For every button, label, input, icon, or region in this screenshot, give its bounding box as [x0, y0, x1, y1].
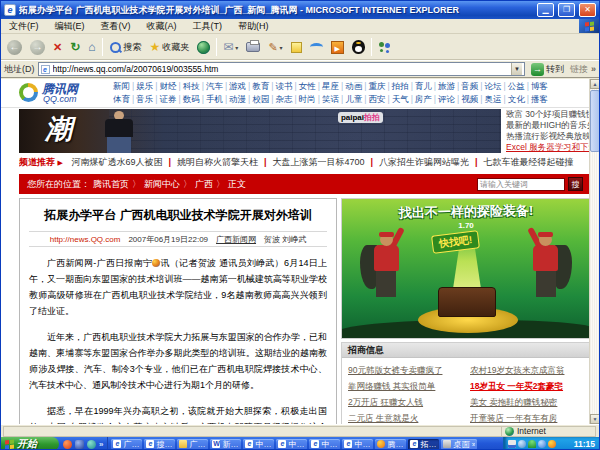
- keyword-search-button[interactable]: 搜: [568, 177, 583, 191]
- nav-link[interactable]: 儿童: [345, 94, 362, 104]
- nav-link[interactable]: 笑话: [322, 94, 339, 104]
- menu-view[interactable]: 查看(V): [93, 19, 139, 33]
- print-button[interactable]: [244, 37, 262, 58]
- nav-link[interactable]: 拍拍: [392, 81, 409, 91]
- breadcrumb-link[interactable]: 新闻中心: [144, 179, 180, 189]
- nav-link[interactable]: 数码: [183, 94, 200, 104]
- nav-link[interactable]: 财经: [159, 81, 176, 91]
- menu-help[interactable]: 帮助(H): [230, 19, 277, 33]
- search-button[interactable]: 搜索: [107, 37, 144, 58]
- quick-launch-player-icon[interactable]: [87, 440, 96, 449]
- nav-link[interactable]: 播客: [531, 94, 548, 104]
- quick-launch-more-chevron[interactable]: »: [99, 440, 103, 449]
- nav-link[interactable]: 娱乐: [136, 81, 153, 91]
- nav-link[interactable]: 房产: [415, 94, 432, 104]
- task-button[interactable]: 桌面 »: [441, 439, 477, 450]
- nav-link[interactable]: 论坛: [485, 81, 502, 91]
- vertical-scrollbar[interactable]: ▲ ▼: [589, 79, 599, 424]
- scroll-up-button[interactable]: ▲: [590, 79, 599, 89]
- media-button[interactable]: ▶: [329, 37, 346, 58]
- banner-link[interactable]: Excel 服务器学习和下载: [506, 142, 592, 153]
- mail-button[interactable]: ✉▾: [221, 37, 240, 58]
- article-source[interactable]: 广西新闻网: [216, 234, 256, 245]
- nav-link[interactable]: 证券: [159, 94, 176, 104]
- breadcrumb-link[interactable]: 正文: [228, 179, 246, 189]
- nav-link[interactable]: 重庆: [368, 81, 385, 91]
- channel-link[interactable]: 姚明自称火箭擎天柱: [171, 157, 264, 167]
- menu-file[interactable]: 文件(F): [1, 19, 47, 33]
- nav-link[interactable]: 时尚: [299, 94, 316, 104]
- nav-link[interactable]: 体育: [113, 94, 130, 104]
- messenger-button[interactable]: [308, 37, 325, 58]
- banner-link[interactable]: 最新的最HIGH的音乐先锋: [506, 120, 592, 131]
- edit-button[interactable]: ✎▾: [266, 37, 284, 58]
- business-link[interactable]: 2万开店 狂赚女人钱: [348, 394, 464, 410]
- nav-link[interactable]: 新闻: [113, 81, 130, 91]
- task-button[interactable]: 中…: [342, 439, 373, 450]
- weather-tray-icon[interactable]: [538, 440, 546, 448]
- business-link[interactable]: 农村19岁女孩来京成富翁: [470, 362, 586, 378]
- nav-link[interactable]: 游戏: [229, 81, 246, 91]
- business-link[interactable]: 美女 卖拖鞋的赚钱秘密: [470, 394, 586, 410]
- qq-logo[interactable]: 腾讯网 QQ.com: [19, 81, 105, 106]
- nav-link[interactable]: 手机: [206, 94, 223, 104]
- channel-link[interactable]: 八家招生诈骗网站曝光: [373, 157, 475, 167]
- nav-link[interactable]: 杂志: [276, 94, 293, 104]
- nav-link[interactable]: 动漫: [229, 94, 246, 104]
- business-link[interactable]: 18岁丑女 一年买2套豪宅: [470, 378, 586, 394]
- keyword-search-input[interactable]: 请输入关键词: [477, 178, 565, 191]
- nav-link[interactable]: 天气: [392, 94, 409, 104]
- contacts-button[interactable]: [376, 37, 394, 58]
- usb-tray-icon[interactable]: [508, 440, 516, 448]
- nav-link[interactable]: 星座: [322, 81, 339, 91]
- refresh-button[interactable]: ↻: [68, 37, 82, 58]
- business-link[interactable]: 靠网络赚钱 其实很简单: [348, 378, 464, 394]
- task-button[interactable]: 拓…: [408, 439, 439, 450]
- paipai-logo[interactable]: paipai拍拍: [338, 112, 383, 123]
- start-button[interactable]: 开始: [1, 437, 59, 450]
- home-button[interactable]: ⌂: [86, 37, 97, 58]
- quick-launch-desktop-icon[interactable]: [75, 440, 84, 449]
- banner-link[interactable]: 致富 30个好项目赚钱快: [506, 109, 592, 120]
- nav-link[interactable]: 奥运: [485, 94, 502, 104]
- task-button[interactable]: 搜…: [144, 439, 175, 450]
- qq-button[interactable]: [350, 37, 367, 58]
- scroll-thumb[interactable]: [590, 90, 599, 152]
- stop-button[interactable]: ✕: [51, 37, 64, 58]
- business-link[interactable]: 90元韩版女裤专卖赚疯了: [348, 362, 464, 378]
- nav-link[interactable]: 动画: [345, 81, 362, 91]
- nav-link[interactable]: 科技: [183, 81, 200, 91]
- channel-link[interactable]: 大盘上涨第一目标4700: [267, 157, 371, 167]
- menu-tools[interactable]: 工具(T): [185, 19, 231, 33]
- task-button[interactable]: 中…: [309, 439, 340, 450]
- close-button[interactable]: ✕: [579, 3, 596, 17]
- channel-link[interactable]: 七款车谁最经得起碰撞: [478, 157, 580, 167]
- business-link[interactable]: 开童装店 一年有车有房: [470, 410, 586, 424]
- nav-link[interactable]: 汽车: [206, 81, 223, 91]
- nav-link[interactable]: 音乐: [136, 94, 153, 104]
- sidebar-ad[interactable]: 找出不一样的探险装备! 1.70 快找吧!: [341, 198, 591, 339]
- favorites-button[interactable]: ★收藏夹: [148, 37, 192, 58]
- minimize-button[interactable]: ▁: [537, 3, 554, 17]
- forward-button[interactable]: →: [28, 37, 47, 58]
- history-button[interactable]: [195, 37, 212, 58]
- nav-link[interactable]: 女性: [299, 81, 316, 91]
- nav-link[interactable]: 旅游: [438, 81, 455, 91]
- nav-link[interactable]: 读书: [276, 81, 293, 91]
- task-button[interactable]: 新…: [210, 439, 241, 450]
- antivirus-umbrella-tray-icon[interactable]: [528, 440, 536, 448]
- banner-link[interactable]: 热播流行影视经典放映厅: [506, 131, 592, 142]
- task-button[interactable]: 中…: [276, 439, 307, 450]
- business-link[interactable]: 二元店 生意就是火: [348, 410, 464, 424]
- menu-favorites[interactable]: 收藏(A): [139, 19, 185, 33]
- clock[interactable]: 11:15: [574, 439, 595, 449]
- channel-link[interactable]: 河南煤矿透水69人被困: [65, 157, 168, 167]
- task-button[interactable]: 广…: [177, 439, 208, 450]
- maximize-button[interactable]: ❐: [558, 3, 575, 17]
- channel-label[interactable]: 频道推荐: [19, 157, 55, 167]
- address-dropdown-button[interactable]: ▼: [511, 63, 522, 75]
- nav-link[interactable]: 校园: [252, 94, 269, 104]
- volume-tray-icon[interactable]: [518, 440, 526, 448]
- nav-link[interactable]: 评论: [438, 94, 455, 104]
- banner-photo[interactable]: 潮 paipai拍拍: [19, 109, 501, 153]
